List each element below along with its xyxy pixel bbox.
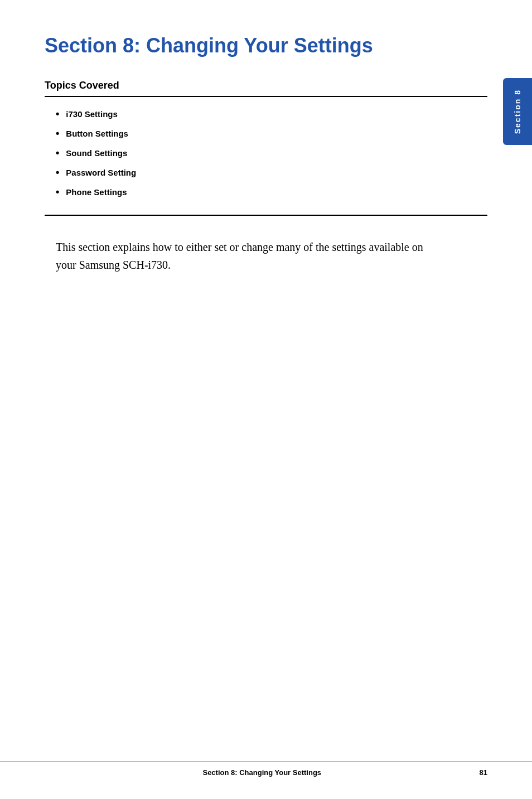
list-item: Password Setting xyxy=(56,167,487,178)
side-tab-label: Section 8 xyxy=(512,89,523,134)
topic-label: Button Settings xyxy=(66,129,128,138)
topic-label: Sound Settings xyxy=(66,148,127,158)
topics-section: Topics Covered i730 Settings Button Sett… xyxy=(45,80,487,274)
page-title: Section 8: Changing Your Settings xyxy=(45,33,487,57)
topic-label: Password Setting xyxy=(66,168,136,177)
list-item: Sound Settings xyxy=(56,147,487,159)
side-tab: Section 8 xyxy=(503,78,532,145)
footer-page-number: 81 xyxy=(480,768,487,777)
list-item: i730 Settings xyxy=(56,108,487,120)
page-footer: Section 8: Changing Your Settings 81 xyxy=(0,761,532,777)
list-item: Button Settings xyxy=(56,128,487,139)
topics-list: i730 Settings Button Settings Sound Sett… xyxy=(56,108,487,198)
page-container: Section 8: Changing Your Settings Topics… xyxy=(0,0,532,799)
section-description: This section explains how to either set … xyxy=(56,238,487,274)
topic-label: i730 Settings xyxy=(66,109,118,119)
topic-label: Phone Settings xyxy=(66,187,127,197)
list-item: Phone Settings xyxy=(56,186,487,198)
section-divider xyxy=(45,215,487,216)
footer-title: Section 8: Changing Your Settings xyxy=(45,768,480,777)
topics-header: Topics Covered xyxy=(45,80,487,97)
